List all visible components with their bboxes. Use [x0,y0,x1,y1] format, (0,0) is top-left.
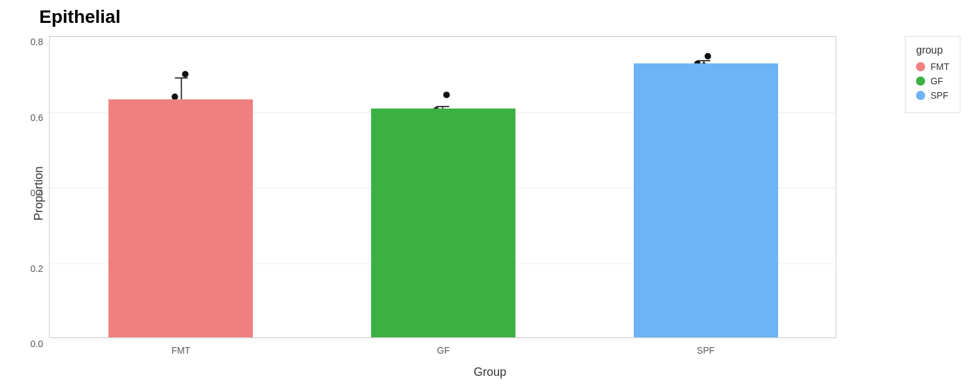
y-tick-label: 0.4 [31,188,43,198]
y-tick-label: 0.2 [31,263,43,274]
x-tick-label-gf: GF [437,345,449,356]
legend-item-spf: SPF [916,90,949,101]
legend-item-fmt: FMT [916,61,949,72]
bar-gf [371,109,515,337]
x-tick-label-spf: SPF [697,345,715,356]
chart-area: 0.00.20.40.60.8FMTGFSPF [49,36,836,338]
y-tick-label: 0.6 [31,112,43,123]
legend-label-gf: GF [930,76,943,86]
x-axis-label: Group [474,365,506,379]
legend-dot-spf [916,91,925,100]
data-dot [704,53,711,59]
bar-spf [634,63,778,337]
y-tick-label: 0.0 [31,339,43,349]
legend-item-gf: GF [916,76,949,86]
legend-dot-gf [916,76,925,86]
y-tick-label: 0.8 [31,37,43,47]
legend-dot-fmt [916,62,925,71]
legend-label-spf: SPF [930,90,948,101]
legend-label-fmt: FMT [930,61,949,72]
data-dot [443,92,449,98]
bar-fmt [108,99,253,337]
legend-title: group [916,44,949,56]
x-tick-label-fmt: FMT [171,345,190,356]
legend: group FMTGFSPF [905,36,960,113]
chart-title: Epithelial [39,7,120,27]
grid-line [50,339,836,339]
data-dot [182,71,189,78]
chart-container: Epithelial Proportion Group 0.00.20.40.6… [0,0,980,387]
